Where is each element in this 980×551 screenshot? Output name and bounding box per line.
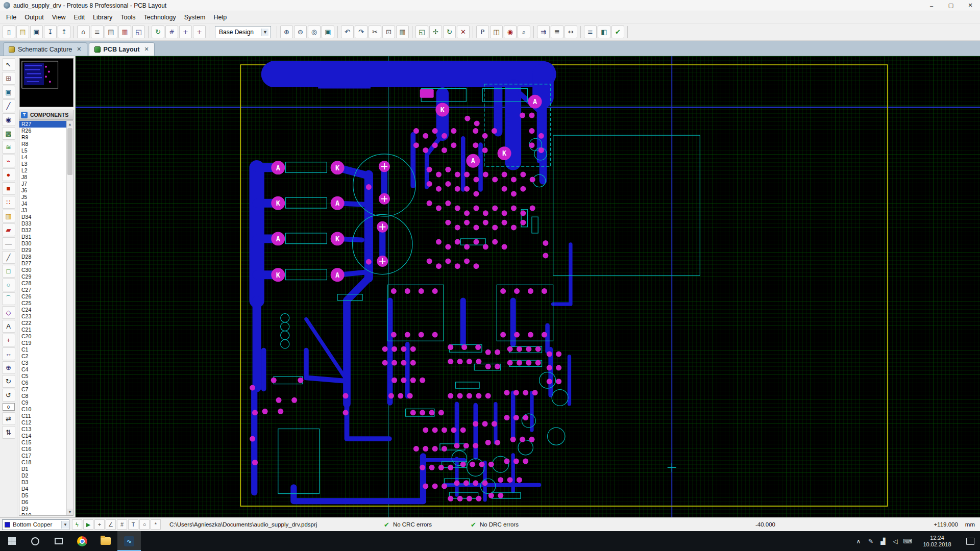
pcb-pad[interactable] bbox=[502, 172, 507, 178]
pcb-pad[interactable] bbox=[511, 177, 517, 182]
zoom-out-button[interactable]: ⊖ bbox=[294, 26, 307, 38]
component-list-item[interactable]: C19 bbox=[19, 340, 66, 346]
drc-status[interactable]: ✔ No DRC errors bbox=[471, 521, 557, 529]
pcb-pad[interactable] bbox=[495, 440, 500, 445]
pcb-pad[interactable] bbox=[438, 465, 444, 470]
pcb-pad[interactable] bbox=[520, 220, 526, 226]
pcb-pad[interactable] bbox=[526, 360, 531, 366]
pcb-pad[interactable] bbox=[473, 421, 478, 427]
pcb-pad[interactable] bbox=[474, 120, 480, 126]
component-list-item[interactable]: C29 bbox=[19, 273, 66, 280]
measure-button[interactable]: ↔ bbox=[565, 26, 577, 38]
marker-tool[interactable]: + bbox=[2, 334, 15, 346]
pcb-trace[interactable] bbox=[347, 278, 369, 300]
pcb-pad[interactable] bbox=[423, 427, 428, 433]
maximize-button[interactable]: ▢ bbox=[941, 0, 961, 11]
pcb-pad[interactable] bbox=[467, 496, 472, 502]
import-design-button[interactable]: ↧ bbox=[44, 26, 57, 38]
circle-tool[interactable]: ○ bbox=[2, 279, 15, 291]
pcb-pad[interactable] bbox=[473, 480, 478, 486]
menu-technology[interactable]: Technology bbox=[140, 12, 180, 22]
pcb-pad[interactable] bbox=[532, 390, 538, 395]
pcb-pad[interactable] bbox=[391, 288, 397, 294]
pcb-pad[interactable] bbox=[448, 465, 453, 470]
pcb-pad[interactable] bbox=[476, 393, 481, 398]
component-list-item[interactable]: R8 bbox=[19, 141, 66, 147]
component-tool[interactable]: ⊞ bbox=[2, 72, 15, 85]
zone-tool[interactable]: ▩ bbox=[2, 127, 15, 140]
pcb-pad[interactable] bbox=[538, 133, 544, 139]
pcb-pad[interactable] bbox=[448, 359, 453, 364]
component-list-item[interactable]: D1 bbox=[19, 466, 66, 472]
components-pick-icon[interactable]: T bbox=[21, 112, 28, 118]
make-package-button[interactable]: ◫ bbox=[490, 26, 503, 38]
pcb-pad[interactable] bbox=[451, 427, 456, 433]
pcb-pad[interactable] bbox=[495, 364, 500, 369]
pcb-pad[interactable] bbox=[464, 244, 470, 249]
square-pad-tool[interactable]: ■ bbox=[2, 182, 15, 195]
pcb-pad[interactable] bbox=[436, 186, 442, 192]
pcb-pad[interactable] bbox=[495, 349, 500, 355]
component-list-item[interactable]: C27 bbox=[19, 287, 66, 293]
pcb-pad[interactable] bbox=[366, 259, 372, 265]
component-outline[interactable] bbox=[518, 440, 533, 455]
arc-tool[interactable]: ⌒ bbox=[2, 292, 15, 305]
component-list-item[interactable]: J8 bbox=[19, 174, 66, 181]
tab-close-icon[interactable]: ✕ bbox=[77, 46, 81, 53]
menu-file[interactable]: File bbox=[2, 12, 20, 22]
pcb-pad[interactable] bbox=[461, 344, 467, 350]
block-rotate-button[interactable]: ↻ bbox=[443, 26, 456, 38]
scrollbar-thumb[interactable] bbox=[67, 128, 72, 175]
copy-button[interactable]: ⊡ bbox=[382, 26, 395, 38]
pcb-pad[interactable] bbox=[442, 427, 447, 433]
star-icon[interactable]: * bbox=[151, 519, 161, 530]
auto-trace-icon[interactable]: ϟ bbox=[72, 519, 82, 530]
rotate-ccw-tool[interactable]: ↺ bbox=[2, 389, 15, 402]
pcb-pad[interactable] bbox=[250, 436, 255, 442]
menu-output[interactable]: Output bbox=[20, 12, 48, 22]
pcb-pad[interactable] bbox=[543, 240, 548, 246]
pcb-pad[interactable] bbox=[291, 397, 297, 403]
component-list-item[interactable]: C4 bbox=[19, 366, 66, 373]
component-list-item[interactable]: C7 bbox=[19, 386, 66, 393]
component-outline[interactable] bbox=[467, 459, 484, 476]
line-tool[interactable]: ╱ bbox=[2, 251, 15, 264]
action-center-button[interactable] bbox=[961, 538, 980, 545]
auto-router-button[interactable]: ⇉ bbox=[537, 26, 550, 38]
scrollbar-down-arrow[interactable]: ▼ bbox=[67, 509, 73, 515]
component-list-item[interactable]: C16 bbox=[19, 446, 66, 453]
taskbar-start-button[interactable] bbox=[0, 531, 23, 551]
component-list-item[interactable]: C21 bbox=[19, 327, 66, 333]
pcb-trace[interactable] bbox=[553, 244, 571, 304]
grid-icon[interactable]: # bbox=[117, 519, 127, 530]
pcb-pad[interactable] bbox=[543, 253, 548, 258]
pcb-pad[interactable] bbox=[502, 186, 507, 192]
pcb-pad[interactable] bbox=[485, 440, 491, 445]
pcb-pad[interactable] bbox=[271, 378, 277, 383]
pcb-pad[interactable] bbox=[457, 496, 463, 502]
pcb-pad[interactable] bbox=[467, 393, 472, 398]
pcb-pad[interactable] bbox=[463, 480, 469, 486]
pcb-canvas[interactable]: KAAKAKKAAKKA bbox=[76, 56, 980, 517]
pcb-pad[interactable] bbox=[513, 390, 519, 395]
component-list-item[interactable]: C6 bbox=[19, 380, 66, 386]
box-tool[interactable]: □ bbox=[2, 265, 15, 278]
pcb-pad[interactable] bbox=[547, 365, 552, 370]
zoom-all-button[interactable]: ◎ bbox=[308, 26, 321, 38]
pcb-pad[interactable] bbox=[401, 346, 406, 352]
pcb-pad[interactable] bbox=[483, 172, 488, 178]
menu-system[interactable]: System bbox=[180, 12, 210, 22]
pcb-pad[interactable] bbox=[517, 346, 522, 352]
component-outline[interactable] bbox=[281, 322, 289, 331]
component-list-item[interactable]: C3 bbox=[19, 360, 66, 366]
pcb-pad[interactable] bbox=[500, 332, 506, 338]
pcb-pad[interactable] bbox=[432, 142, 438, 148]
pcb-pad[interactable] bbox=[445, 220, 451, 226]
component-list-item[interactable]: D5 bbox=[19, 492, 66, 499]
pcb-pad[interactable] bbox=[482, 133, 488, 139]
pcb-pad[interactable] bbox=[488, 493, 494, 498]
pcb-pad[interactable] bbox=[504, 459, 509, 464]
pcb-pad[interactable] bbox=[401, 360, 406, 366]
mirror-x-tool[interactable]: ⇄ bbox=[2, 412, 15, 425]
pcb-pad[interactable] bbox=[455, 172, 460, 178]
